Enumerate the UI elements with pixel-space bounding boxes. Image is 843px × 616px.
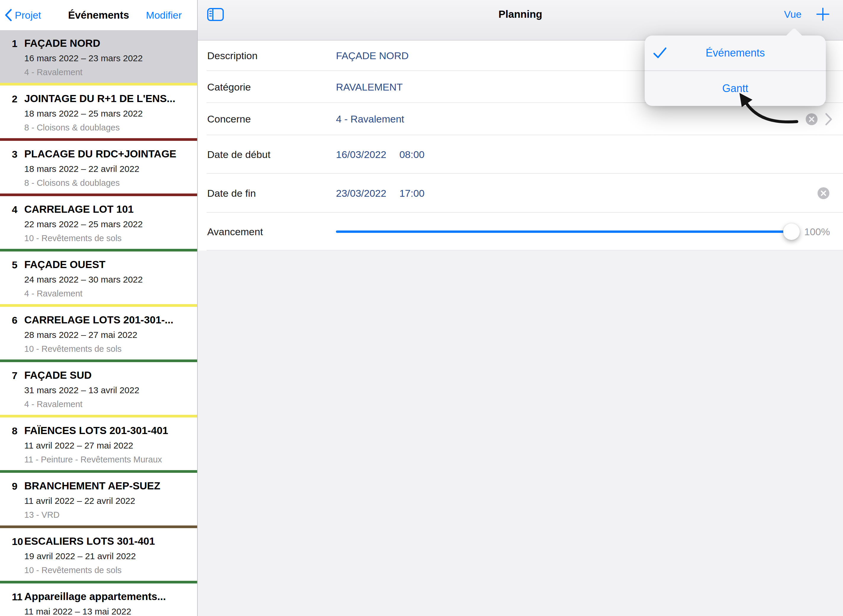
event-number: 7	[0, 362, 24, 415]
event-list: 1 FAÇADE NORD 16 mars 2022 – 23 mars 202…	[0, 30, 197, 616]
chevron-right-icon	[825, 113, 832, 125]
field-label: Description	[207, 50, 336, 62]
event-title: PLACAGE DU RDC+JOINTAGE	[24, 148, 192, 160]
vue-popover-menu: Événements Gantt	[645, 35, 826, 106]
event-number: 10	[0, 528, 24, 581]
list-item[interactable]: 4 CARRELAGE LOT 101 22 mars 2022 – 25 ma…	[0, 196, 197, 251]
start-date-row[interactable]: Date de début 16/03/2022 08:00	[198, 135, 843, 174]
event-dates: 18 mars 2022 – 25 mars 2022	[24, 109, 192, 119]
event-title: CARRELAGE LOT 101	[24, 203, 192, 215]
event-number: 9	[0, 473, 24, 525]
end-date-value[interactable]: 23/03/2022	[336, 188, 386, 199]
list-item[interactable]: 11 Appareillage appartements... 11 mai 2…	[0, 584, 197, 616]
field-value[interactable]: 4 - Ravalement	[336, 113, 404, 125]
event-category: 8 - Cloisons & doublages	[24, 178, 192, 188]
slider-thumb[interactable]	[783, 223, 800, 240]
page-title: Planning	[198, 0, 843, 28]
event-title: FAÏENCES LOTS 201-301-401	[24, 425, 192, 436]
field-value[interactable]: FAÇADE NORD	[336, 50, 409, 62]
list-item[interactable]: 10 ESCALIERS LOTS 301-401 19 avril 2022 …	[0, 528, 197, 584]
event-number: 8	[0, 418, 24, 470]
progress-slider[interactable]	[336, 230, 792, 233]
end-date-row[interactable]: Date de fin 23/03/2022 17:00	[198, 174, 843, 213]
event-title: BRANCHEMENT AEP-SUEZ	[24, 480, 192, 492]
event-title: FAÇADE OUEST	[24, 258, 192, 270]
event-dates: 22 mars 2022 – 25 mars 2022	[24, 219, 192, 229]
event-title: JOINTAGE DU R+1 DE L'ENS...	[24, 92, 192, 104]
concerne-row[interactable]: Concerne 4 - Ravalement	[198, 103, 843, 135]
start-time-value[interactable]: 08:00	[399, 149, 424, 160]
event-title: FAÇADE SUD	[24, 369, 192, 381]
event-category: 4 - Ravalement	[24, 289, 192, 299]
event-category: 10 - Revêtements de sols	[24, 565, 192, 575]
progress-value: 100%	[804, 226, 830, 238]
event-title: CARRELAGE LOTS 201-301-...	[24, 314, 192, 326]
event-dates: 11 avril 2022 – 27 mai 2022	[24, 440, 192, 450]
event-title: FAÇADE NORD	[24, 37, 192, 49]
event-dates: 24 mars 2022 – 30 mars 2022	[24, 274, 192, 285]
navigation-bar: Planning Vue	[198, 0, 843, 41]
edit-button[interactable]: Modifier	[146, 0, 182, 30]
event-number: 11	[0, 584, 24, 616]
list-item[interactable]: 2 JOINTAGE DU R+1 DE L'ENS... 18 mars 20…	[0, 85, 197, 141]
field-label: Date de début	[207, 149, 336, 160]
end-time-value[interactable]: 17:00	[399, 188, 424, 199]
start-date-value[interactable]: 16/03/2022	[336, 149, 386, 160]
list-item[interactable]: 9 BRANCHEMENT AEP-SUEZ 11 avril 2022 – 2…	[0, 473, 197, 528]
event-number: 5	[0, 251, 24, 304]
event-category: 10 - Revêtements de sols	[24, 344, 192, 354]
event-number: 4	[0, 196, 24, 249]
event-dates: 11 avril 2022 – 22 avril 2022	[24, 496, 192, 506]
list-item[interactable]: 7 FAÇADE SUD 31 mars 2022 – 13 avril 202…	[0, 362, 197, 418]
event-number: 2	[0, 85, 24, 138]
list-item[interactable]: 3 PLACAGE DU RDC+JOINTAGE 18 mars 2022 –…	[0, 141, 197, 196]
event-dates: 18 mars 2022 – 22 avril 2022	[24, 164, 192, 174]
event-category: 8 - Cloisons & doublages	[24, 123, 192, 132]
event-dates: 11 mai 2022 – 13 mai 2022	[24, 607, 192, 616]
list-item[interactable]: 1 FAÇADE NORD 16 mars 2022 – 23 mars 202…	[0, 30, 197, 85]
add-event-button[interactable]	[817, 0, 829, 28]
list-item[interactable]: 6 CARRELAGE LOTS 201-301-... 28 mars 202…	[0, 307, 197, 362]
event-dates: 31 mars 2022 – 13 avril 2022	[24, 385, 192, 395]
event-category: 11 - Peinture - Revêtements Muraux	[24, 455, 192, 465]
event-category: 13 - VRD	[24, 510, 192, 520]
event-number: 1	[0, 30, 24, 83]
event-title: Appareillage appartements...	[24, 591, 192, 603]
vue-button[interactable]: Vue	[784, 0, 802, 28]
menu-item-evenements[interactable]: Événements	[645, 35, 826, 70]
progress-row: Avancement 100%	[198, 213, 843, 251]
sidebar-header: Projet Événements Modifier	[0, 0, 197, 30]
event-category: 10 - Revêtements de sols	[24, 233, 192, 243]
events-sidebar: Projet Événements Modifier 1 FAÇADE NORD…	[0, 0, 197, 616]
checkmark-icon	[653, 47, 667, 59]
field-label: Avancement	[207, 226, 336, 238]
list-item[interactable]: 5 FAÇADE OUEST 24 mars 2022 – 30 mars 20…	[0, 251, 197, 307]
plus-icon	[817, 8, 829, 21]
list-item[interactable]: 8 FAÏENCES LOTS 201-301-401 11 avril 202…	[0, 418, 197, 473]
field-label: Catégorie	[207, 81, 336, 93]
field-label: Concerne	[207, 113, 336, 125]
menu-item-label: Gantt	[722, 82, 748, 95]
menu-item-gantt[interactable]: Gantt	[645, 71, 826, 106]
event-category: 4 - Ravalement	[24, 67, 192, 77]
event-number: 3	[0, 141, 24, 194]
menu-item-label: Événements	[706, 47, 765, 59]
event-title: ESCALIERS LOTS 301-401	[24, 535, 192, 547]
event-number: 6	[0, 307, 24, 359]
event-category: 4 - Ravalement	[24, 399, 192, 409]
x-circle-icon[interactable]	[818, 187, 829, 199]
event-dates: 19 avril 2022 – 21 avril 2022	[24, 551, 192, 561]
field-value[interactable]: RAVALEMENT	[336, 81, 402, 93]
x-circle-icon[interactable]	[806, 113, 818, 125]
field-label: Date de fin	[207, 188, 336, 199]
event-dates: 28 mars 2022 – 27 mai 2022	[24, 330, 192, 340]
event-dates: 16 mars 2022 – 23 mars 2022	[24, 53, 192, 63]
